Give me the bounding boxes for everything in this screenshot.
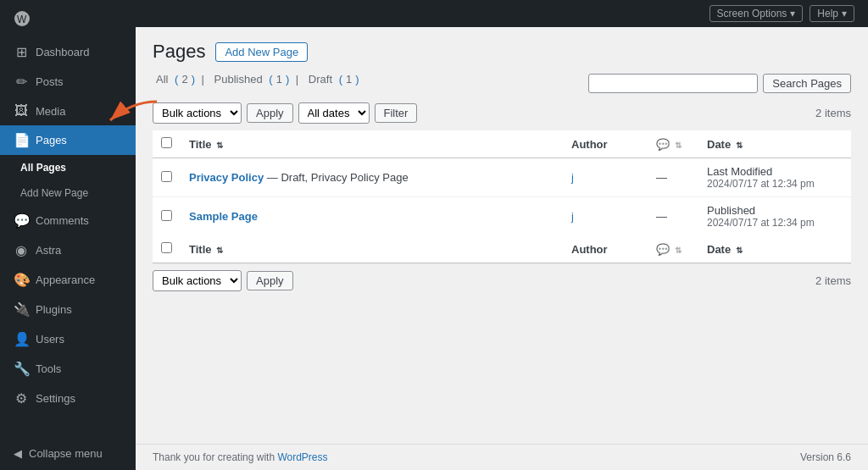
author-column-header: Author (563, 130, 648, 158)
comments-icon: 💬 (14, 213, 29, 229)
sidebar-item-astra[interactable]: ◉ Astra (0, 235, 136, 265)
sidebar-item-label: Appearance (36, 274, 95, 286)
posts-icon: ✏ (14, 74, 29, 90)
content-area: Pages Add New Page All (2) | Published (… (136, 27, 868, 444)
dashboard-icon: ⊞ (14, 44, 29, 60)
screen-options-button[interactable]: Screen Options ▾ (709, 5, 804, 22)
sidebar-item-label: Settings (36, 392, 75, 405)
title-header-label: Title (189, 138, 212, 151)
sidebar-item-posts[interactable]: ✏ Posts (0, 67, 136, 97)
add-new-page-button[interactable]: Add New Page (215, 42, 308, 62)
sidebar-item-label: Plugins (36, 303, 72, 316)
author-link[interactable]: j (571, 171, 574, 184)
row-date-cell: Published 2024/07/17 at 12:34 pm (698, 197, 851, 236)
appearance-icon: 🎨 (14, 272, 29, 288)
all-dates-select[interactable]: All dates (298, 102, 370, 124)
sidebar-item-label: Comments (36, 214, 89, 227)
collapse-menu-button[interactable]: ◀ Collapse menu (0, 440, 136, 470)
table-row: Privacy Policy — Draft, Privacy Policy P… (153, 158, 851, 197)
sidebar-item-label: Astra (36, 244, 61, 257)
select-all-checkbox[interactable] (161, 137, 172, 148)
apply-button-bottom[interactable]: Apply (247, 271, 293, 290)
search-pages-button[interactable]: Search Pages (763, 74, 851, 93)
row-date-cell: Last Modified 2024/07/17 at 12:34 pm (698, 158, 851, 197)
row-checkbox[interactable] (161, 171, 172, 182)
collapse-label: Collapse menu (29, 447, 103, 460)
sidebar-item-label: Dashboard (36, 46, 90, 58)
page-title-link[interactable]: Privacy Policy (189, 171, 267, 184)
topbar: Screen Options ▾ Help ▾ (136, 0, 868, 27)
author-footer-header: Author (563, 235, 648, 263)
sidebar-item-appearance[interactable]: 🎨 Appearance (0, 265, 136, 295)
sidebar-item-label: Media (36, 105, 65, 118)
sidebar-item-media[interactable]: 🖼 Media (0, 97, 136, 125)
author-link[interactable]: j (571, 210, 574, 223)
bulk-actions-select-bottom[interactable]: Bulk actions (153, 270, 242, 291)
date-label: Published (707, 204, 843, 217)
page-title-suffix: — Draft, Privacy Policy Page (267, 171, 409, 184)
sidebar-item-settings[interactable]: ⚙ Settings (0, 384, 136, 413)
pages-table: Title ⇅ Author 💬 ⇅ Date ⇅ (153, 130, 851, 263)
table-row: Sample Page j — Published 2024/07/17 at … (153, 197, 851, 236)
comments-sort-icon[interactable]: ⇅ (675, 141, 682, 150)
collapse-icon: ◀ (14, 447, 22, 460)
date-info: Published 2024/07/17 at 12:34 pm (707, 204, 843, 229)
plugins-icon: 🔌 (14, 301, 29, 318)
page-header: Pages Add New Page (153, 41, 851, 63)
sidebar-item-plugins[interactable]: 🔌 Plugins (0, 295, 136, 324)
row-author-cell: j (563, 158, 648, 197)
sidebar-item-label: All Pages (20, 162, 66, 174)
date-value: 2024/07/17 at 12:34 pm (707, 217, 843, 229)
wordpress-link[interactable]: WordPress (277, 451, 327, 463)
sidebar-item-label: Add New Page (20, 187, 88, 199)
table-footer-row: Title ⇅ Author 💬 ⇅ Date ⇅ (153, 235, 851, 263)
date-header-label: Date (707, 138, 731, 151)
date-sort-icon[interactable]: ⇅ (736, 141, 743, 150)
select-all-checkbox-footer[interactable] (161, 242, 172, 253)
sidebar-item-label: Posts (36, 75, 64, 88)
sidebar-item-tools[interactable]: 🔧 Tools (0, 354, 136, 384)
comments-sort-footer-icon[interactable]: ⇅ (675, 246, 682, 255)
comments-column-header: 💬 ⇅ (648, 130, 698, 158)
title-sort-icon[interactable]: ⇅ (216, 141, 223, 150)
row-comments-cell: — (648, 158, 698, 197)
screen-options-chevron-icon: ▾ (790, 8, 795, 19)
comments-icon: 💬 (656, 138, 670, 151)
date-sort-footer-icon[interactable]: ⇅ (736, 246, 743, 255)
row-checkbox-cell (153, 158, 181, 197)
page-title-link[interactable]: Sample Page (189, 210, 258, 223)
pages-icon: 📄 (14, 132, 29, 148)
title-sort-footer-icon[interactable]: ⇅ (216, 246, 223, 255)
title-footer-header: Title ⇅ (181, 235, 563, 263)
astra-icon: ◉ (14, 242, 29, 258)
filter-draft-link[interactable]: Draft (1) (305, 73, 359, 86)
date-value: 2024/07/17 at 12:34 pm (707, 178, 843, 190)
select-all-footer (153, 235, 181, 263)
sidebar-item-add-new-page[interactable]: Add New Page (0, 180, 136, 206)
apply-button-top[interactable]: Apply (247, 103, 293, 123)
help-label: Help (817, 8, 838, 19)
help-chevron-icon: ▾ (842, 8, 847, 19)
bulk-actions-select-top[interactable]: Bulk actions (153, 102, 242, 124)
table-header-row: Title ⇅ Author 💬 ⇅ Date ⇅ (153, 130, 851, 158)
sidebar-item-dashboard[interactable]: ⊞ Dashboard (0, 37, 136, 67)
settings-icon: ⚙ (14, 390, 29, 406)
items-count-top: 2 items (815, 107, 851, 119)
sidebar-item-label: Pages (36, 134, 67, 147)
row-checkbox[interactable] (161, 210, 172, 221)
date-info: Last Modified 2024/07/17 at 12:34 pm (707, 165, 843, 190)
screen-options-label: Screen Options (717, 8, 787, 19)
filter-all-link[interactable]: All (2) (153, 73, 198, 86)
help-button[interactable]: Help ▾ (810, 5, 854, 22)
sidebar-item-pages[interactable]: 📄 Pages (0, 125, 136, 155)
bottom-toolbar: Bulk actions Apply 2 items (153, 270, 851, 291)
search-input[interactable] (588, 74, 758, 93)
filter-published-link[interactable]: Published (1) (211, 73, 292, 86)
row-checkbox-cell (153, 197, 181, 236)
version-info: Version 6.6 (800, 451, 851, 463)
filter-button[interactable]: Filter (375, 103, 418, 123)
sidebar-item-users[interactable]: 👤 Users (0, 324, 136, 354)
sidebar-item-all-pages[interactable]: All Pages (0, 155, 136, 180)
page-title: Pages (153, 41, 205, 63)
sidebar-item-comments[interactable]: 💬 Comments (0, 206, 136, 235)
